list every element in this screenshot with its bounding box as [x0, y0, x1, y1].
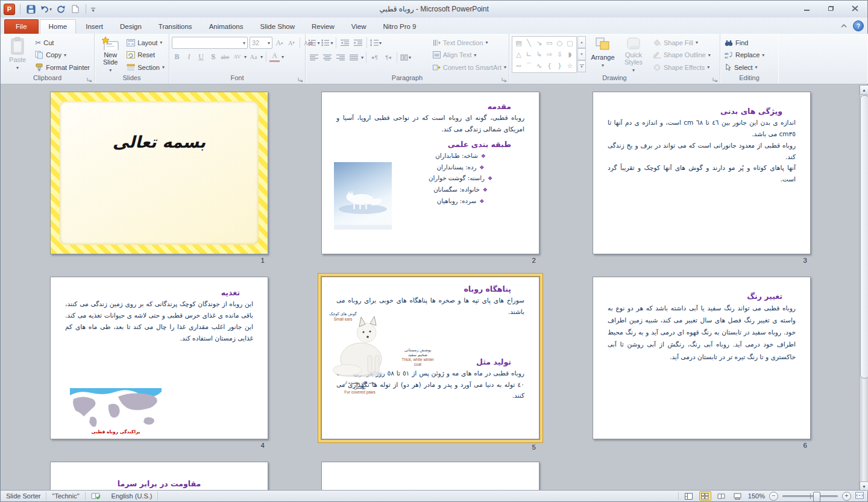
tab-slideshow[interactable]: Slide Show — [252, 20, 304, 34]
help-button[interactable]: ? — [853, 20, 864, 31]
zoom-slider[interactable] — [782, 495, 838, 497]
increase-indent-button[interactable] — [352, 37, 364, 48]
shape-fill-button[interactable]: Shape Fill▾ — [651, 37, 712, 48]
tab-insert[interactable]: Insert — [77, 20, 112, 34]
fit-to-window-button[interactable] — [855, 492, 864, 500]
columns-button[interactable]: ▾ — [400, 52, 412, 63]
tab-home[interactable]: Home — [40, 19, 77, 34]
tab-file[interactable]: File — [4, 19, 39, 34]
theme-status[interactable]: "Technic" — [46, 491, 84, 501]
clipboard-dialog-launcher[interactable] — [86, 77, 93, 83]
slide-thumbnail-8[interactable] — [321, 462, 539, 491]
zoom-slider-thumb[interactable] — [813, 492, 820, 502]
tab-view[interactable]: View — [343, 20, 375, 34]
slideshow-view-button[interactable] — [732, 491, 744, 501]
view-status[interactable]: Slide Sorter — [1, 491, 46, 501]
copy-button[interactable]: Copy▾ — [33, 49, 92, 61]
font-color-caret: ▾ — [281, 54, 284, 60]
vertical-scrollbar[interactable]: ▲ ▼ — [859, 85, 868, 491]
shape-effects-button[interactable]: Shape Effects▾ — [651, 61, 712, 73]
font-dialog-launcher[interactable] — [297, 77, 304, 83]
tab-transitions[interactable]: Transitions — [150, 20, 201, 34]
slide-thumbnail-5-selected[interactable]: پناهگاه روباه سوراخ های پای تپه ها و صخر… — [321, 277, 539, 439]
language-status[interactable]: English (U.S.) — [106, 491, 158, 501]
bold-button[interactable]: B — [172, 51, 182, 62]
shapes-more-button[interactable]: ▼ — [577, 60, 586, 72]
slide-thumbnail-2[interactable]: مقدمه روباه قطبی، گونه ای روباه است که د… — [321, 92, 539, 254]
shapes-gallery-grid[interactable]: ▤╲↘▭○▢△∟↳⇨⇩◗∾⌒∿{}☆ — [512, 36, 577, 73]
drawing-dialog-launcher[interactable] — [712, 77, 719, 83]
quick-styles-button[interactable]: Quick Styles ▾ — [620, 36, 647, 74]
bullets-icon — [308, 39, 316, 46]
grow-font-button[interactable]: A▴ — [274, 37, 285, 48]
scrollbar-thumb[interactable] — [860, 95, 868, 378]
close-button[interactable] — [847, 4, 863, 13]
numbering-icon — [321, 39, 330, 46]
tab-review[interactable]: Review — [303, 20, 343, 34]
character-spacing-button[interactable]: AV — [232, 51, 242, 62]
change-case-button[interactable]: Aa — [248, 51, 259, 62]
minimize-ribbon-icon[interactable] — [841, 24, 847, 28]
italic-button[interactable]: I — [184, 51, 194, 62]
tab-animations[interactable]: Animations — [201, 20, 252, 34]
zoom-out-button[interactable]: − — [769, 492, 778, 501]
editing-group-label: Editing — [720, 74, 778, 83]
section-button[interactable]: Section▾ — [125, 61, 166, 73]
paragraph-dialog-launcher[interactable] — [501, 77, 508, 83]
slide4-title: تغذیه — [65, 288, 240, 297]
paste-button[interactable]: Paste ▾ — [3, 36, 32, 74]
find-button[interactable]: Find — [723, 37, 766, 48]
replace-button[interactable]: abacReplace▾ — [723, 49, 766, 61]
underline-button[interactable]: U — [196, 51, 206, 62]
convert-to-smartart-button[interactable]: Convert to SmartArt▾ — [433, 61, 506, 73]
restore-button[interactable] — [823, 4, 838, 13]
zoom-level[interactable]: 150% — [748, 492, 765, 500]
shapes-scroll-down-button[interactable]: ▼ — [577, 48, 586, 60]
tab-design[interactable]: Design — [112, 20, 150, 34]
arrange-button[interactable]: Arrange ▾ — [587, 36, 618, 74]
justify-button[interactable] — [348, 52, 360, 63]
slide-thumbnail-6[interactable]: تغییر رنگ روباه قطبی می تواند رنگ سفید ی… — [593, 277, 811, 439]
slide-thumbnail-1[interactable]: بسمه تعالی — [50, 92, 268, 254]
fox-paws-label: پنجه های پوشیده از پوشش Fur covered paws — [339, 381, 381, 395]
spellcheck-status[interactable] — [86, 491, 106, 501]
text-shadow-button[interactable]: S — [208, 51, 218, 62]
align-right-button[interactable] — [335, 52, 347, 63]
normal-view-button[interactable] — [683, 491, 695, 501]
layout-button[interactable]: Layout▾ — [125, 37, 166, 48]
decrease-indent-button[interactable] — [339, 37, 351, 48]
minimize-button[interactable] — [799, 4, 814, 13]
bullets-button[interactable]: ▾ — [308, 37, 320, 48]
slide-thumbnail-7[interactable]: مقاومت در برابر سرما — [50, 462, 268, 491]
tab-nitro-pro[interactable]: Nitro Pro 9 — [375, 20, 425, 34]
line-spacing-button[interactable]: ▾ — [370, 37, 382, 48]
font-name-combo[interactable]: ▾ — [172, 37, 248, 49]
reset-button[interactable]: Reset — [125, 49, 166, 61]
slide-sorter-view-button[interactable] — [699, 491, 711, 501]
shape-outline-button[interactable]: Shape Outline▾ — [651, 49, 712, 61]
zoom-in-button[interactable]: + — [842, 492, 851, 501]
font-color-button[interactable]: A — [269, 52, 280, 62]
rtl-text-direction-button[interactable]: ¶◂ — [382, 52, 394, 63]
slide-thumbnail-4[interactable]: تغذیه این روباه از جوندگان کوچک پرندگانی… — [50, 277, 268, 439]
new-slide-button[interactable]: New Slide ▾ — [97, 36, 124, 74]
format-painter-button[interactable]: Format Painter — [33, 61, 92, 73]
align-text-button[interactable]: Align Text▾ — [433, 49, 506, 61]
reading-view-button[interactable] — [715, 491, 728, 501]
ltr-text-direction-button[interactable]: ▸¶ — [369, 52, 381, 63]
font-group-label: Font — [169, 74, 305, 83]
shrink-font-button[interactable]: A▾ — [286, 37, 297, 48]
align-left-button[interactable] — [308, 52, 320, 63]
text-direction-button[interactable]: Text Direction▾ — [433, 37, 506, 48]
numbering-button[interactable]: ▾ — [321, 37, 333, 48]
scroll-up-button[interactable]: ▲ — [860, 85, 868, 95]
slide-thumbnail-3[interactable]: ویژگی های بدنی اندازه ی بدن این جانور بی… — [593, 92, 811, 254]
slide-number-1: 1 — [50, 257, 265, 264]
select-button[interactable]: Select▾ — [723, 61, 766, 73]
character-spacing-caret: ▾ — [244, 54, 247, 60]
shapes-scroll-up-button[interactable]: ▲ — [577, 36, 586, 48]
cut-button[interactable]: ✂Cut — [33, 37, 92, 48]
font-size-combo[interactable]: 32▾ — [250, 37, 272, 49]
strikethrough-button[interactable]: abe — [220, 51, 230, 62]
align-center-button[interactable] — [321, 52, 333, 63]
